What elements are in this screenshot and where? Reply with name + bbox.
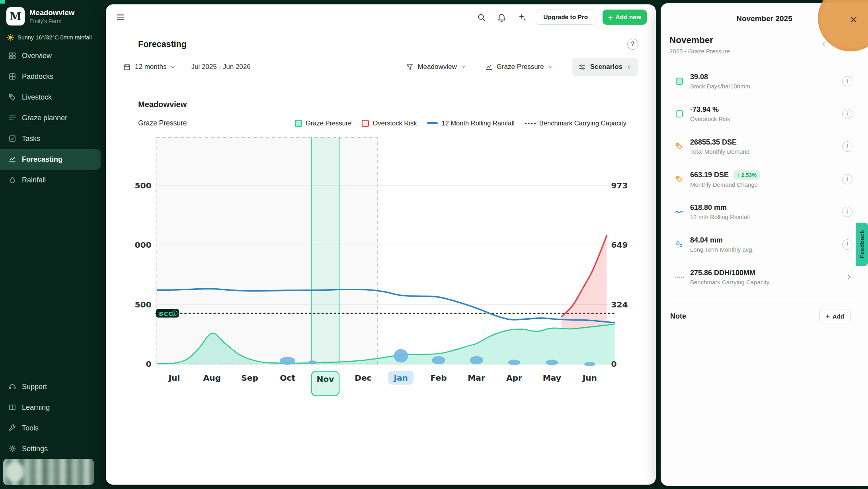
farm-dropdown[interactable]: Meadowview bbox=[406, 63, 466, 71]
detail-subtitle: 2025 • Graze Pressure bbox=[669, 48, 730, 55]
close-button[interactable] bbox=[846, 12, 861, 27]
sidebar-item-support[interactable]: Support bbox=[0, 376, 101, 397]
farm-subtitle: Emily's Farm bbox=[29, 18, 74, 24]
avatar-circle bbox=[5, 462, 24, 481]
svg-text:Feb: Feb bbox=[431, 373, 447, 383]
user-avatar-blurred[interactable] bbox=[3, 459, 94, 485]
overstock-swatch-icon bbox=[674, 110, 685, 118]
add-new-button[interactable]: + Add new bbox=[603, 10, 647, 25]
detail-month-title: November bbox=[669, 35, 730, 45]
svg-text:Jun: Jun bbox=[582, 373, 597, 383]
graze-pressure-swatch-icon bbox=[295, 120, 302, 127]
info-icon[interactable] bbox=[842, 141, 852, 152]
sidebar-item-settings[interactable]: Settings bbox=[0, 438, 101, 459]
svg-text:000: 000 bbox=[135, 240, 151, 250]
menu-button[interactable] bbox=[114, 10, 127, 24]
tag-icon bbox=[674, 175, 685, 184]
droplets-icon bbox=[674, 240, 685, 249]
search-button[interactable] bbox=[475, 11, 488, 24]
sidebar-item-tasks[interactable]: Tasks bbox=[0, 128, 101, 149]
search-icon bbox=[476, 12, 486, 22]
sidebar-nav: Overview Paddocks Livestock Graze planne… bbox=[0, 45, 105, 190]
sidebar-item-livestock[interactable]: Livestock bbox=[0, 87, 101, 108]
stat-row-demand-change: 663.19 DSE ↑2.53% Monthly Demand Change bbox=[661, 163, 868, 196]
forecasting-chart-icon bbox=[8, 155, 17, 164]
ai-assistant-button[interactable] bbox=[515, 11, 529, 24]
dotted-line-icon bbox=[674, 272, 685, 282]
livestock-tag-icon bbox=[8, 93, 17, 102]
farm-name: Meadowview bbox=[29, 8, 74, 17]
sparkles-icon bbox=[517, 12, 527, 22]
add-note-button[interactable]: + Add bbox=[819, 309, 850, 323]
svg-text:May: May bbox=[543, 373, 561, 383]
graze-pressure-chart[interactable]: BCCi50000050009736493240JulAugSepOctNovD… bbox=[131, 130, 654, 407]
note-label: Note bbox=[670, 312, 686, 321]
sidebar-item-rainfall[interactable]: Rainfall bbox=[0, 170, 101, 190]
svg-text:324: 324 bbox=[611, 300, 628, 309]
detail-header-title: November 2025 bbox=[736, 14, 792, 23]
farm-header[interactable]: M Meadowview Emily's Farm bbox=[6, 7, 74, 25]
sidebar-item-overview[interactable]: Overview bbox=[0, 45, 101, 66]
info-icon[interactable] bbox=[842, 109, 852, 119]
svg-text:Aug: Aug bbox=[203, 373, 221, 383]
stat-row-overstock-risk: -73.94 % Overstock Risk bbox=[661, 98, 868, 130]
sidebar-item-tools[interactable]: Tools bbox=[0, 418, 101, 438]
plus-icon: + bbox=[608, 14, 612, 21]
sidebar-item-paddocks[interactable]: Paddocks bbox=[0, 66, 101, 87]
prev-month-button[interactable] bbox=[816, 36, 831, 51]
stat-row-rolling-rainfall: 618.80 mm 12 mth Rolling Rainfall bbox=[661, 196, 868, 228]
metric-dropdown[interactable]: Graze Pressure bbox=[485, 63, 554, 71]
svg-text:Nov: Nov bbox=[316, 374, 334, 384]
sidebar: M Meadowview Emily's Farm Sunny 16°/32°C… bbox=[0, 0, 105, 489]
scenarios-button[interactable]: Scenarios bbox=[572, 58, 638, 76]
help-button[interactable]: ? bbox=[627, 39, 638, 50]
stats-list: 39.08 Stock Days/ha/100mm -73.94 % Overs… bbox=[661, 65, 868, 293]
svg-text:Jan: Jan bbox=[393, 373, 408, 383]
svg-text:i: i bbox=[174, 311, 175, 316]
upgrade-to-pro-button[interactable]: Upgrade to Pro bbox=[536, 10, 595, 25]
benchmark-dotted-swatch-icon bbox=[525, 123, 536, 124]
svg-text:649: 649 bbox=[611, 240, 628, 250]
chevron-down-icon bbox=[548, 64, 554, 70]
notifications-button[interactable] bbox=[495, 11, 508, 24]
month-detail-panel: November 2025 November 2025 • Graze Pres… bbox=[661, 3, 868, 486]
page-title: Forecasting bbox=[138, 39, 187, 49]
chevron-right-icon bbox=[845, 274, 852, 281]
funnel-icon bbox=[406, 63, 414, 71]
line-chart-icon bbox=[485, 63, 493, 71]
gear-icon bbox=[8, 444, 17, 453]
plus-icon: + bbox=[826, 312, 830, 320]
chart-metric-label: Graze Pressure bbox=[138, 119, 187, 127]
date-range-dropdown[interactable]: 12 months bbox=[123, 63, 176, 71]
graze-pressure-swatch-icon bbox=[674, 77, 685, 85]
info-icon[interactable] bbox=[842, 239, 852, 250]
stat-row-total-demand: 26855.35 DSE Total Monthly Demand bbox=[661, 130, 868, 163]
svg-text:500: 500 bbox=[135, 300, 151, 309]
info-icon[interactable] bbox=[842, 207, 852, 217]
info-icon[interactable] bbox=[842, 174, 852, 184]
bell-icon bbox=[497, 12, 507, 22]
sidebar-footer-nav: Support Learning Tools Settings bbox=[0, 376, 105, 459]
chart-farm-title: Meadowview bbox=[138, 100, 187, 109]
svg-text:Dec: Dec bbox=[355, 373, 371, 383]
planner-rows-icon bbox=[8, 113, 17, 122]
date-range-text: Jul 2025 - Jun 2026 bbox=[191, 63, 250, 71]
svg-text:Mar: Mar bbox=[468, 373, 485, 383]
next-month-button[interactable] bbox=[837, 36, 852, 51]
sidebar-item-forecasting[interactable]: Forecasting bbox=[0, 149, 101, 170]
chevron-left-icon bbox=[821, 40, 827, 47]
screen: M Meadowview Emily's Farm Sunny 16°/32°C… bbox=[0, 0, 868, 489]
svg-text:Apr: Apr bbox=[506, 373, 522, 383]
overstock-risk-swatch-icon bbox=[362, 120, 369, 127]
feedback-tab[interactable]: Feedback bbox=[856, 223, 868, 266]
svg-text:973: 973 bbox=[611, 181, 628, 190]
change-badge: ↑2.53% bbox=[733, 170, 760, 180]
chevron-down-icon bbox=[170, 64, 176, 70]
sun-icon bbox=[6, 33, 14, 41]
stat-row-benchmark[interactable]: 275.86 DDH/100MM Benchmark Carrying Capa… bbox=[661, 261, 868, 293]
weather-summary: Sunny 16°/32°C 0mm rainfall bbox=[6, 33, 92, 41]
info-icon[interactable] bbox=[842, 76, 852, 86]
sidebar-item-learning[interactable]: Learning bbox=[0, 397, 101, 418]
svg-text:500: 500 bbox=[135, 181, 151, 190]
sidebar-item-graze-planner[interactable]: Graze planner bbox=[0, 108, 101, 128]
